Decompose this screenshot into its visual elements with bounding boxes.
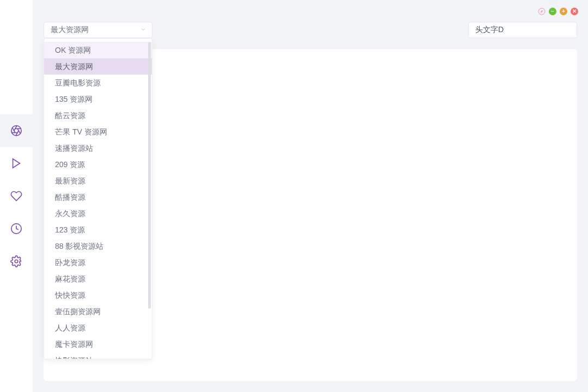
- source-selector[interactable]: 最大资源网: [44, 22, 152, 38]
- source-option[interactable]: 209 资源: [44, 156, 152, 173]
- settings-icon: [10, 255, 22, 267]
- nav-sidebar: [0, 0, 33, 392]
- minimize-button[interactable]: −: [549, 8, 556, 15]
- source-option[interactable]: 壹伍捌资源网: [44, 303, 152, 320]
- sidebar-item-heart[interactable]: [0, 180, 33, 212]
- source-option[interactable]: OK 资源网: [44, 42, 152, 58]
- close-button[interactable]: ✕: [571, 8, 578, 15]
- plus-icon: +: [562, 9, 565, 14]
- source-option[interactable]: 88 影视资源站: [44, 238, 152, 254]
- source-option[interactable]: 永久资源: [44, 205, 152, 222]
- source-option[interactable]: 人人资源: [44, 320, 152, 336]
- svg-marker-7: [13, 159, 20, 168]
- source-option[interactable]: 卧龙资源: [44, 254, 152, 271]
- source-dropdown-panel: OK 资源网最大资源网豆瓣电影资源135 资源网酷云资源芒果 TV 资源网速播资…: [44, 38, 152, 359]
- search-input[interactable]: [468, 22, 577, 38]
- dropdown-scrollbar[interactable]: [148, 42, 151, 356]
- source-option[interactable]: 最新资源: [44, 173, 152, 189]
- source-option[interactable]: 芒果 TV 资源网: [44, 124, 152, 140]
- source-option[interactable]: 豆瓣电影资源: [44, 75, 152, 91]
- sidebar-item-aperture[interactable]: [0, 114, 33, 147]
- source-option[interactable]: 魔卡资源网: [44, 336, 152, 352]
- sidebar-item-play[interactable]: [0, 147, 33, 180]
- minus-icon: −: [551, 9, 554, 14]
- dropdown-scroll-thumb[interactable]: [148, 42, 151, 309]
- heart-icon: [10, 190, 22, 202]
- source-option[interactable]: 快影资源站: [44, 352, 152, 359]
- clock-icon: [10, 223, 22, 235]
- compass-icon: [538, 8, 546, 15]
- svg-point-9: [15, 260, 18, 263]
- source-option[interactable]: 麻花资源: [44, 271, 152, 287]
- sidebar-item-clock[interactable]: [0, 212, 33, 245]
- maximize-button[interactable]: +: [560, 8, 567, 15]
- sidebar-item-settings[interactable]: [0, 245, 33, 278]
- source-option[interactable]: 酷播资源: [44, 189, 152, 205]
- close-icon: ✕: [572, 9, 577, 14]
- play-icon: [10, 157, 22, 169]
- window-controls: − + ✕: [538, 8, 578, 15]
- svg-marker-11: [541, 10, 543, 13]
- source-option[interactable]: 135 资源网: [44, 91, 152, 107]
- source-option[interactable]: 123 资源: [44, 222, 152, 238]
- source-option[interactable]: 酷云资源: [44, 107, 152, 124]
- source-option[interactable]: 快快资源: [44, 287, 152, 303]
- source-option[interactable]: 最大资源网: [44, 58, 152, 75]
- pin-button[interactable]: [538, 8, 546, 15]
- aperture-icon: [10, 125, 22, 137]
- source-option[interactable]: 速播资源站: [44, 140, 152, 156]
- chevron-down-icon: [140, 26, 146, 34]
- source-selector-label: 最大资源网: [51, 25, 89, 35]
